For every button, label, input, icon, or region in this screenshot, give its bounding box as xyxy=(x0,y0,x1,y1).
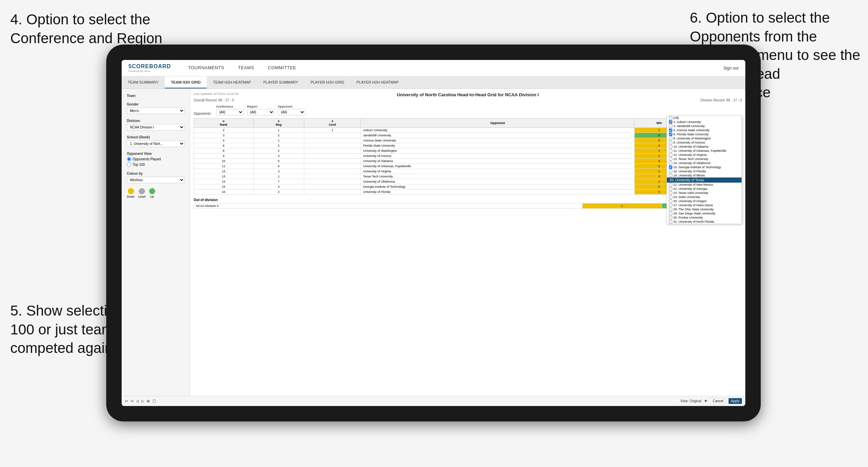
cancel-button[interactable]: Cancel xyxy=(710,398,726,404)
legend-up-dot xyxy=(149,188,155,194)
cell-reg: 1 xyxy=(253,138,304,143)
eye-icon: 👁 xyxy=(704,399,708,403)
dropdown-item[interactable]: 18. University of Illinois xyxy=(667,173,742,177)
opponents-label: Opponents: xyxy=(194,112,211,115)
cell-opponent: University of Virginia xyxy=(361,169,634,174)
conference-filter: Conference (All) xyxy=(216,105,244,115)
cell-rank: 4 xyxy=(194,138,254,143)
dropdown-item[interactable]: 28. The Ohio State University xyxy=(667,207,742,211)
colour-by-select[interactable]: Win/loss xyxy=(127,177,185,183)
undo-icon[interactable]: ↩ xyxy=(125,399,128,403)
tablet-frame: 5COREBOARD Powered by cloud TOURNAMENTS … xyxy=(106,45,761,421)
dropdown-item[interactable]: 16. University of Florida xyxy=(667,169,742,173)
dropdown-item[interactable]: 30. Purdue University xyxy=(667,216,742,220)
copy-icon[interactable]: ⧉ xyxy=(147,399,149,403)
division-select[interactable]: NCAA Division I xyxy=(127,124,185,131)
subnav-team-summary[interactable]: TEAM SUMMARY xyxy=(122,76,165,88)
dropdown-item[interactable]: 10. University of Alabama xyxy=(667,145,742,149)
dropdown-item[interactable]: 4. Arizona State University xyxy=(667,128,742,132)
subnav-player-summary[interactable]: PLAYER SUMMARY xyxy=(257,76,304,88)
radio-top-100[interactable]: Top 100 xyxy=(127,162,185,167)
dropdown-item[interactable]: 14. University of Oklahoma xyxy=(667,161,742,165)
dropdown-item[interactable]: 23. Texas A&M University xyxy=(667,191,742,195)
legend-down-dot xyxy=(128,188,134,194)
dropdown-item[interactable]: 3. Vanderbilt University xyxy=(667,124,742,128)
table-row: 16 2 University of Florida 5 1 xyxy=(194,189,742,195)
radio-opponents-played[interactable]: Opponents Played xyxy=(127,157,185,161)
dropdown-item[interactable]: 22. University of Georgia xyxy=(667,187,742,191)
conference-select[interactable]: (All) xyxy=(216,109,244,115)
dropdown-item[interactable]: 9. University of Arizona xyxy=(667,140,742,145)
cell-rank: 6 xyxy=(194,143,254,148)
cell-rank: 2 xyxy=(194,128,254,133)
cell-rank: 11 xyxy=(194,164,254,169)
last-updated: Last Updated: 4/7/2024 16:55:38 xyxy=(194,92,239,96)
dropdown-item[interactable]: 29. San Diego State University xyxy=(667,211,742,216)
redo-icon[interactable]: ↪ xyxy=(131,399,133,403)
dropdown-item[interactable]: 20. University of Texas xyxy=(667,177,742,183)
dropdown-item[interactable]: (All) xyxy=(667,116,742,120)
nav-sign-out[interactable]: Sign out xyxy=(723,66,738,71)
cell-opponent: University of Florida xyxy=(361,189,634,195)
subnav-team-h2h-grid[interactable]: TEAM H2H GRID xyxy=(165,76,207,88)
subnav-player-h2h-heatmap[interactable]: PLAYER H2H HEATMAP xyxy=(350,76,405,88)
gender-select[interactable]: Men's xyxy=(127,108,185,114)
subnav-player-h2h-grid[interactable]: PLAYER H2H GRID xyxy=(304,76,350,88)
table-row: 4 1 Arizona State University 5 1 xyxy=(194,138,742,143)
back-icon[interactable]: ◁ xyxy=(136,399,139,403)
dropdown-item[interactable]: 13. Texas Tech University xyxy=(667,157,742,161)
school-label: School (Rank) xyxy=(127,135,185,139)
table-row: 2 1 1 Auburn University 2 1 xyxy=(194,128,742,133)
cell-conf xyxy=(304,164,361,169)
dropdown-item[interactable]: 11. University of Arkansas, Fayetteville xyxy=(667,149,742,153)
overall-record: Overall Record: 89 - 17 - 0 xyxy=(194,98,234,102)
cell-reg: 2 xyxy=(253,189,304,195)
apply-button[interactable]: Apply xyxy=(729,398,742,404)
legend-up: Up xyxy=(149,188,155,198)
dropdown-item[interactable]: 8. University of Washington xyxy=(667,136,742,140)
cell-conf xyxy=(304,159,361,164)
paste-icon[interactable]: 📋 xyxy=(152,399,156,403)
nav-teams[interactable]: TEAMS xyxy=(231,60,261,76)
out-of-division: Out of division NCAA Division II 1 0 xyxy=(194,198,742,209)
dropdown-item[interactable]: 31. University of North Florida xyxy=(667,220,742,224)
cell-opponent: Vanderbilt University xyxy=(361,133,634,138)
opponent-select[interactable]: (All) xyxy=(278,109,305,115)
dropdown-item[interactable]: 27. University of Notre Dame xyxy=(667,203,742,207)
tablet-screen: 5COREBOARD Powered by cloud TOURNAMENTS … xyxy=(122,60,745,406)
nav-committee[interactable]: COMMITTEE xyxy=(261,60,303,76)
dropdown-item[interactable]: 12. University of Virginia xyxy=(667,153,742,157)
region-filter: Region (All) xyxy=(247,105,274,115)
cell-opponent: University of Washington xyxy=(361,148,634,153)
school-select[interactable]: 1. University of Nort... xyxy=(127,140,185,147)
dropdown-item[interactable]: 21. University of New Mexico xyxy=(667,183,742,187)
table-row: 3 2 Vanderbilt University 0 4 xyxy=(194,133,742,138)
report-title: University of North Carolina Head-to-Hea… xyxy=(194,92,742,97)
table-row: 15 4 Georgia Institute of Technology 5 0 xyxy=(194,184,742,189)
dropdown-overlay[interactable]: (All) 2. Auburn University 3. Vanderbilt… xyxy=(667,115,742,224)
region-select[interactable]: (All) xyxy=(247,109,274,115)
cell-reg: 2 xyxy=(253,143,304,148)
conference-label: Conference xyxy=(216,105,244,108)
table-row: 9 3 University of Arizona 1 0 xyxy=(194,153,742,159)
subnav-team-h2h-heatmap[interactable]: TEAM H2H HEATMAP xyxy=(207,76,257,88)
dropdown-item[interactable]: 24. Duke University xyxy=(667,195,742,199)
out-div-row: NCAA Division II 1 0 xyxy=(194,204,742,209)
dropdown-item[interactable]: 2. Auburn University xyxy=(667,120,742,124)
division-label: Division xyxy=(127,119,185,123)
dropdown-item[interactable]: 6. Florida State University xyxy=(667,132,742,136)
opponent-label: Opponent xyxy=(278,105,305,108)
colour-by-label: Colour by xyxy=(127,172,185,175)
gender-section: Gender Men's xyxy=(127,102,185,114)
nav-tournaments[interactable]: TOURNAMENTS xyxy=(181,60,231,76)
main-content: Team Gender Men's Division NCAA Division… xyxy=(122,89,745,396)
out-div-win: 1 xyxy=(582,204,662,209)
logo-area: 5COREBOARD Powered by cloud xyxy=(129,63,171,73)
dropdown-item[interactable]: 25. University of Oregon xyxy=(667,199,742,203)
col-conf: #Conf xyxy=(304,119,361,128)
cell-opponent: Georgia Institute of Technology xyxy=(361,184,634,189)
nav-links: TOURNAMENTS TEAMS COMMITTEE xyxy=(181,60,723,76)
forward-icon[interactable]: ▷ xyxy=(142,399,144,403)
dropdown-item[interactable]: 15. Georgia Institute of Technology xyxy=(667,165,742,169)
opponent-filter: Opponent (All) xyxy=(278,105,305,115)
